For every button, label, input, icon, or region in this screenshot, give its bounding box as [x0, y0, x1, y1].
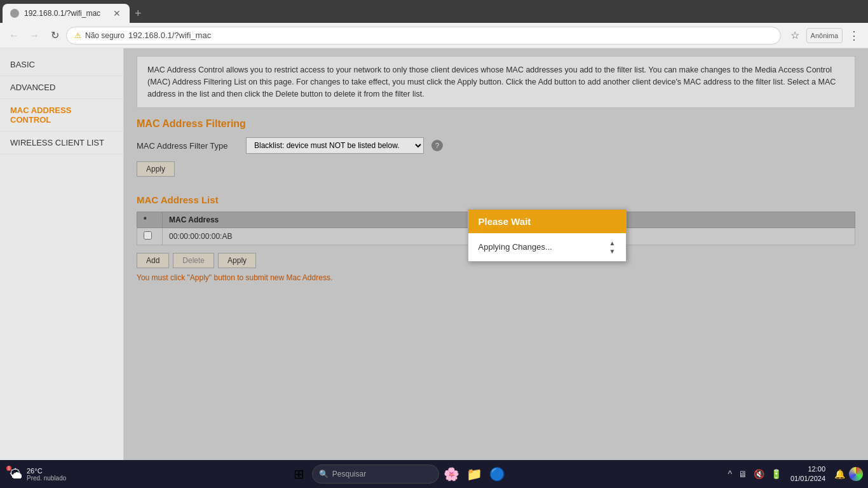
modal-body: Applying Changes... ▲ ▼: [468, 233, 626, 261]
back-button[interactable]: ←: [5, 27, 23, 44]
browser-frame: 192.168.0.1/?wifi_mac ✕ + ← → ↻ ⚠ Não se…: [0, 0, 868, 488]
modal-body-text: Applying Changes...: [478, 242, 552, 252]
tab-bar: 192.168.0.1/?wifi_mac ✕ +: [0, 0, 868, 23]
delete-button[interactable]: Delete: [173, 253, 214, 268]
apply-top-button[interactable]: Apply: [137, 161, 175, 177]
modal-header: Please Wait: [468, 210, 626, 233]
clock-time: 12:00: [790, 464, 825, 474]
mac-list-title: MAC Address List: [137, 194, 855, 205]
filter-type-select[interactable]: Blacklist: device must NOT be listed bel…: [246, 137, 424, 154]
files-icon: 📁: [466, 466, 482, 482]
weather-text: 26°C Pred. nublado: [27, 467, 66, 482]
weather-temp: 26°C: [27, 467, 66, 475]
battery-icon[interactable]: 🔋: [768, 466, 784, 482]
tab-close-btn[interactable]: ✕: [112, 8, 122, 18]
scroll-up-icon: ▲: [609, 240, 616, 247]
description-text: MAC Address Control allows you to restri…: [147, 65, 836, 98]
sidebar-item-advanced[interactable]: ADVANCED: [0, 76, 123, 99]
notification-bell-icon[interactable]: 🔔: [832, 466, 848, 482]
row-checkbox-cell: [137, 228, 163, 245]
bookmark-button[interactable]: ☆: [786, 27, 804, 44]
filter-type-row: MAC Address Filter Type Blacklist: devic…: [137, 137, 855, 154]
weather-notification-badge: 1: [6, 466, 11, 471]
taskbar-weather[interactable]: 1 🌥 26°C Pred. nublado: [5, 464, 71, 484]
search-placeholder: Pesquisar: [332, 470, 366, 478]
search-bar[interactable]: 🔍 Pesquisar: [312, 464, 439, 484]
active-tab[interactable]: 192.168.0.1/?wifi_mac ✕: [3, 4, 130, 23]
main-content-area: MAC Address Control allows you to restri…: [124, 48, 868, 460]
clock-date: 01/01/2024: [790, 474, 825, 484]
sidebar-item-basic[interactable]: BASIC: [0, 53, 123, 76]
reload-button[interactable]: ↻: [46, 27, 64, 44]
modal-scroll-indicator: ▲ ▼: [609, 240, 616, 255]
modal-header-text: Please Wait: [478, 216, 531, 227]
forward-button[interactable]: →: [25, 27, 43, 44]
nav-bar: ← → ↻ ⚠ Não seguro 192.168.0.1/?wifi_mac…: [0, 23, 868, 48]
tab-title: 192.168.0.1/?wifi_mac: [24, 9, 100, 18]
color-palette-icon[interactable]: [849, 467, 863, 481]
display-icon[interactable]: 🖥: [736, 466, 750, 482]
please-wait-modal: Please Wait Applying Changes... ▲ ▼: [468, 209, 627, 262]
table-header-checkbox: *: [137, 212, 163, 228]
nav-right-buttons: ☆ Anônima ⋮: [786, 27, 863, 44]
start-button[interactable]: ⊞: [289, 464, 309, 484]
url-display: 192.168.0.1/?wifi_mac: [128, 30, 211, 40]
clock-area[interactable]: 12:00 01/01/2024: [785, 464, 831, 484]
taskbar-app-pinwheel[interactable]: 🌸: [442, 464, 462, 484]
search-icon: 🔍: [319, 470, 329, 478]
pinwheel-icon: 🌸: [444, 466, 459, 482]
taskbar-system-tray: ^ 🖥 🔇 🔋 12:00 01/01/2024 🔔: [725, 464, 863, 484]
sidebar: BASIC ADVANCED MAC ADDRESS CONTROL WIREL…: [0, 48, 124, 460]
taskbar-app-files[interactable]: 📁: [465, 464, 485, 484]
weather-desc: Pred. nublado: [27, 475, 66, 482]
address-bar[interactable]: ⚠ Não seguro 192.168.0.1/?wifi_mac: [66, 27, 781, 44]
profile-button[interactable]: Anônima: [806, 28, 843, 43]
not-secure-label: Não seguro: [85, 31, 125, 40]
help-icon[interactable]: ?: [431, 140, 443, 151]
profile-label: Anônima: [811, 32, 838, 39]
scroll-down-icon: ▼: [609, 248, 616, 255]
sidebar-item-mac-address-control[interactable]: MAC ADDRESS CONTROL: [0, 99, 123, 132]
mac-filtering-title: MAC Address Filtering: [137, 118, 855, 130]
warning-icon: ⚠: [74, 31, 81, 40]
weather-icon: 🌥: [10, 467, 23, 482]
chevron-up-icon[interactable]: ^: [725, 466, 735, 482]
chrome-icon: 🔵: [489, 466, 505, 482]
tab-favicon: [10, 9, 19, 18]
browser-menu-button[interactable]: ⋮: [845, 27, 863, 44]
audio-icon[interactable]: 🔇: [751, 466, 767, 482]
hint-text: You must click "Apply" button to submit …: [137, 273, 855, 282]
taskbar-app-chrome[interactable]: 🔵: [487, 464, 508, 484]
new-tab-button[interactable]: +: [130, 4, 147, 23]
taskbar: 1 🌥 26°C Pred. nublado ⊞ 🔍 Pesquisar 🌸 📁…: [0, 460, 868, 488]
apply-bottom-button[interactable]: Apply: [218, 253, 256, 268]
windows-logo-icon: ⊞: [294, 466, 304, 482]
add-button[interactable]: Add: [137, 253, 169, 268]
description-box: MAC Address Control allows you to restri…: [137, 56, 855, 108]
page-content: BASIC ADVANCED MAC ADDRESS CONTROL WIREL…: [0, 48, 868, 460]
filter-type-label: MAC Address Filter Type: [137, 141, 238, 151]
row-checkbox[interactable]: [144, 231, 152, 240]
sidebar-item-wireless-client-list[interactable]: WIRELESS CLIENT LIST: [0, 132, 123, 154]
